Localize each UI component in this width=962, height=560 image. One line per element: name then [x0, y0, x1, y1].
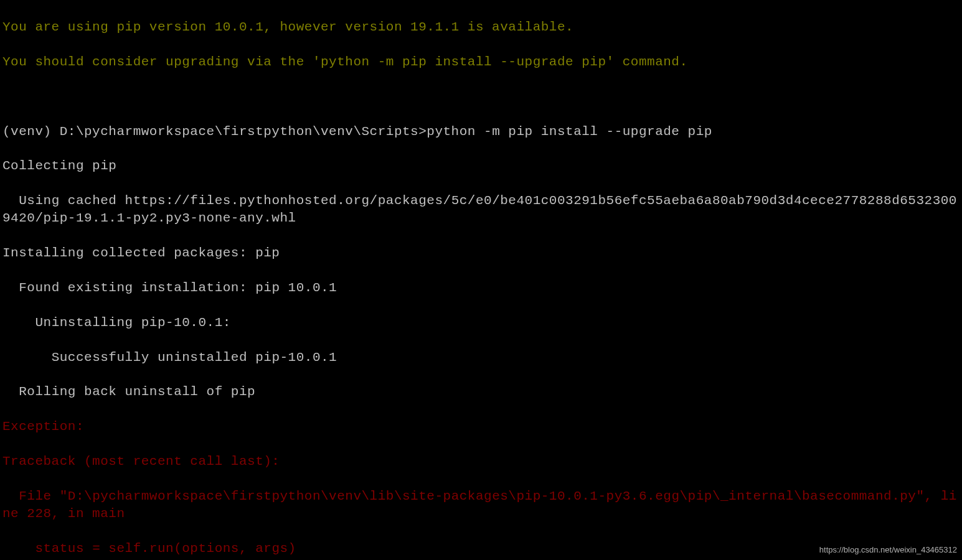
output-collecting: Collecting pip: [2, 157, 960, 175]
output-found: Found existing installation: pip 10.0.1: [2, 279, 960, 297]
prompt-line: (venv) D:\pycharmworkspace\firstpython\v…: [2, 123, 960, 141]
output-success: Successfully uninstalled pip-10.0.1: [2, 349, 960, 366]
blank-line: [2, 88, 960, 106]
output-uninstalling: Uninstalling pip-10.0.1:: [2, 314, 960, 332]
output-installing: Installing collected packages: pip: [2, 245, 960, 262]
pip-warning-line1: You are using pip version 10.0.1, howeve…: [2, 19, 960, 36]
prompt-path[interactable]: (venv) D:\pycharmworkspace\firstpython\v…: [2, 124, 427, 139]
prompt-command: python -m pip install --upgrade pip: [427, 124, 712, 139]
output-rolling: Rolling back uninstall of pip: [2, 383, 960, 401]
watermark-url: https://blog.csdn.net/weixin_43465312: [819, 544, 957, 555]
terminal-output: You are using pip version 10.0.1, howeve…: [2, 1, 960, 560]
pip-warning-line2: You should consider upgrading via the 'p…: [2, 54, 960, 71]
error-status: status = self.run(options, args): [2, 540, 960, 558]
error-exception: Exception:: [2, 418, 960, 436]
error-traceback: Traceback (most recent call last):: [2, 453, 960, 470]
error-file1: File "D:\pycharmworkspace\firstpython\ve…: [2, 488, 960, 523]
output-cached: Using cached https://files.pythonhosted.…: [2, 192, 960, 227]
